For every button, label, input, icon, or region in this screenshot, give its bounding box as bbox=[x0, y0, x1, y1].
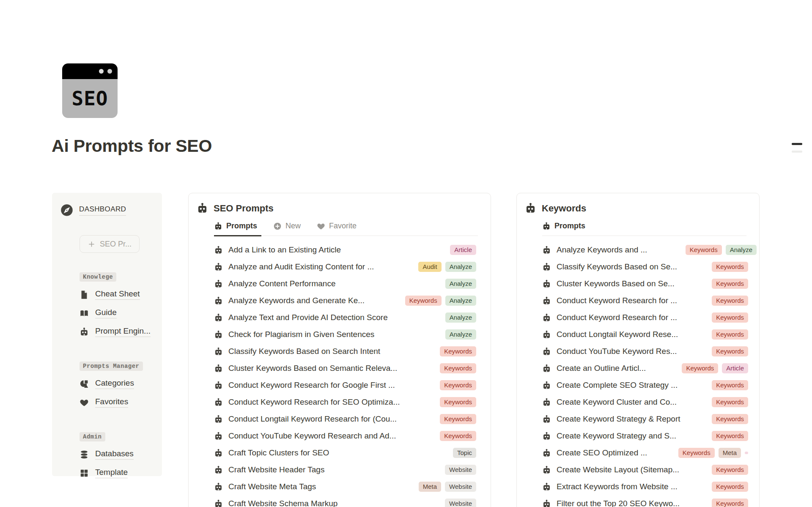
prompt-title[interactable]: Create Keyword Cluster and Co... bbox=[557, 397, 677, 407]
prompt-row[interactable]: Analyze Keywords and ...KeywordsAnalyze bbox=[542, 241, 748, 258]
prompt-row[interactable]: Craft Website Meta TagsMetaWebsite bbox=[214, 478, 476, 495]
prompt-title[interactable]: Craft Topic Clusters for SEO bbox=[228, 448, 329, 458]
prompt-title[interactable]: Conduct YouTube Keyword Res... bbox=[557, 347, 677, 356]
prompt-title[interactable]: Craft Website Meta Tags bbox=[228, 482, 316, 491]
minimize-dash-icon[interactable] bbox=[792, 143, 802, 145]
section-badge: Knowlege bbox=[80, 272, 116, 282]
prompt-row[interactable]: Create Keyword Strategy and S...Keywords bbox=[542, 428, 748, 444]
tab-new[interactable]: New bbox=[273, 218, 305, 236]
prompt-title[interactable]: Classify Keywords Based on Se... bbox=[557, 262, 677, 271]
prompt-title[interactable]: Extract Keywords from Website ... bbox=[557, 482, 678, 491]
prompt-row[interactable]: Classify Keywords Based on Se...Keywords bbox=[542, 258, 748, 275]
tab-prompts[interactable]: Prompts bbox=[542, 218, 590, 236]
prompt-row[interactable]: Conduct Keyword Research for Google Firs… bbox=[214, 377, 476, 394]
prompt-title[interactable]: Conduct Keyword Research for SEO Optimiz… bbox=[228, 397, 400, 407]
prompt-row[interactable]: Conduct Keyword Research for ...Keywords bbox=[542, 292, 748, 309]
prompt-title[interactable]: Analyze and Audit Existing Content for .… bbox=[228, 262, 374, 271]
prompt-title[interactable]: Conduct Keyword Research for ... bbox=[557, 313, 677, 322]
sidebar-header-label[interactable]: DASHBOARD bbox=[79, 205, 126, 216]
prompt-row[interactable]: Conduct Keyword Research for ...Keywords bbox=[542, 309, 748, 326]
tag-keywords: Keywords bbox=[440, 431, 476, 441]
prompt-title[interactable]: Analyze Text and Provide AI Detection Sc… bbox=[228, 313, 388, 322]
sidebar-item-label[interactable]: Categories bbox=[95, 378, 134, 389]
prompt-title[interactable]: Filter out the Top 20 SEO Keywo... bbox=[557, 499, 680, 507]
prompt-title[interactable]: Cluster Keywords Based on Semantic Relev… bbox=[228, 364, 397, 373]
prompt-title[interactable]: Create Keyword Strategy & Report bbox=[557, 414, 680, 424]
sidebar-item-guide[interactable]: Guide bbox=[80, 308, 154, 318]
prompt-row[interactable]: Create an Outline Articl...KeywordsArtic… bbox=[542, 360, 748, 377]
logo-browser-bar bbox=[62, 63, 118, 79]
prompt-row[interactable]: Analyze and Audit Existing Content for .… bbox=[214, 258, 476, 275]
prompt-title[interactable]: Classify Keywords Based on Search Intent bbox=[228, 347, 380, 356]
prompt-title[interactable]: Create Website Layout (Sitemap... bbox=[557, 465, 679, 474]
sidebar-item-label[interactable]: Databases bbox=[95, 449, 134, 460]
new-seo-prompt-button[interactable]: SEO Pr... bbox=[80, 235, 140, 253]
sidebar-item-prompt-engin[interactable]: Prompt Engin... bbox=[80, 326, 154, 337]
prompt-title[interactable]: Cluster Keywords Based on Se... bbox=[557, 279, 675, 288]
prompt-title[interactable]: Conduct Longtail Keyword Rese... bbox=[557, 330, 678, 339]
sidebar-item-label[interactable]: Favorites bbox=[95, 397, 128, 408]
prompt-row[interactable]: Create Keyword Strategy & ReportKeywords bbox=[542, 411, 748, 428]
tag-website: Website bbox=[445, 499, 476, 507]
sidebar-item-label[interactable]: Guide bbox=[95, 308, 117, 318]
prompt-title[interactable]: Check for Plagiarism in Given Sentences bbox=[228, 330, 374, 339]
prompt-title[interactable]: Create SEO Optimized ... bbox=[557, 448, 647, 458]
sidebar-item-categories[interactable]: Categories bbox=[80, 378, 154, 389]
prompt-title[interactable]: Conduct Keyword Research for Google Firs… bbox=[228, 381, 395, 390]
prompt-row[interactable]: Craft Website Header TagsWebsite bbox=[214, 461, 476, 478]
prompt-row[interactable]: Extract Keywords from Website ...Keyword… bbox=[542, 478, 748, 495]
prompt-title[interactable]: Conduct YouTube Keyword Research and Ad.… bbox=[228, 431, 396, 441]
tag-keywords: Keywords bbox=[440, 363, 476, 374]
prompt-row[interactable]: Create Keyword Cluster and Co...Keywords bbox=[542, 394, 748, 411]
prompt-row[interactable]: Classify Keywords Based on Search Intent… bbox=[214, 343, 476, 360]
sidebar-item-cheat-sheet[interactable]: Cheat Sheet bbox=[80, 289, 154, 300]
prompt-title[interactable]: Conduct Longtail Keyword Research for (C… bbox=[228, 414, 397, 424]
prompt-title[interactable]: Analyze Keywords and Generate Ke... bbox=[228, 296, 365, 305]
prompt-row[interactable]: Create Website Layout (Sitemap...Keyword… bbox=[542, 461, 748, 478]
tag-list: AuditAnalyze bbox=[418, 262, 476, 272]
prompt-row[interactable]: Conduct YouTube Keyword Research and Ad.… bbox=[214, 428, 476, 444]
sidebar-header[interactable]: DASHBOARD bbox=[60, 204, 154, 217]
prompt-title[interactable]: Craft Website Header Tags bbox=[228, 465, 324, 474]
sidebar-item-label[interactable]: Prompt Engin... bbox=[95, 326, 151, 337]
prompt-row[interactable]: Create Complete SEO Strategy ...Keywords bbox=[542, 377, 748, 394]
tag-list: Keywords bbox=[712, 465, 748, 475]
tag-list: Keywords bbox=[712, 329, 748, 340]
prompt-title[interactable]: Analyze Content Performance bbox=[228, 279, 335, 288]
prompt-row[interactable]: Analyze Text and Provide AI Detection Sc… bbox=[214, 309, 476, 326]
prompt-title[interactable]: Conduct Keyword Research for ... bbox=[557, 296, 677, 305]
prompt-title[interactable]: Analyze Keywords and ... bbox=[557, 245, 647, 255]
prompt-row[interactable]: Filter out the Top 20 SEO Keywo...Keywor… bbox=[542, 495, 748, 507]
prompt-row[interactable]: Conduct Longtail Keyword Research for (C… bbox=[214, 411, 476, 428]
sidebar-item-favorites[interactable]: Favorites bbox=[80, 397, 154, 408]
tag-keywords: Keywords bbox=[712, 262, 748, 272]
prompt-row[interactable]: Analyze Content PerformanceAnalyze bbox=[214, 275, 476, 292]
prompt-row[interactable]: Craft Website Schema MarkupWebsite bbox=[214, 495, 476, 507]
prompt-row[interactable]: Conduct Longtail Keyword Rese...Keywords bbox=[542, 326, 748, 343]
sidebar-item-template[interactable]: Template bbox=[80, 468, 154, 478]
tab-prompts[interactable]: Prompts bbox=[214, 218, 261, 236]
prompt-title[interactable]: Create Keyword Strategy and S... bbox=[557, 431, 676, 441]
robot-icon bbox=[214, 296, 223, 305]
prompt-row[interactable]: Create SEO Optimized ...KeywordsMeta bbox=[542, 444, 748, 461]
prompt-row[interactable]: Cluster Keywords Based on Semantic Relev… bbox=[214, 360, 476, 377]
tag-analyze: Analyze bbox=[445, 329, 476, 340]
tag-keywords: Keywords bbox=[440, 414, 476, 425]
prompt-title[interactable]: Add a Link to an Existing Article bbox=[228, 245, 341, 255]
sidebar-item-label[interactable]: Cheat Sheet bbox=[95, 289, 140, 300]
prompt-row[interactable]: Conduct YouTube Keyword Res...Keywords bbox=[542, 343, 748, 360]
tag-keywords: Keywords bbox=[712, 414, 748, 425]
prompt-title[interactable]: Create an Outline Articl... bbox=[557, 364, 646, 373]
prompt-row[interactable]: Conduct Keyword Research for SEO Optimiz… bbox=[214, 394, 476, 411]
prompt-title[interactable]: Create Complete SEO Strategy ... bbox=[557, 381, 678, 390]
prompt-row[interactable]: Craft Topic Clusters for SEOTopic bbox=[214, 444, 476, 461]
tab-favorite[interactable]: Favorite bbox=[317, 218, 361, 236]
sidebar-item-label[interactable]: Template bbox=[95, 468, 128, 478]
tag-keywords: Keywords bbox=[712, 279, 748, 289]
prompt-row[interactable]: Check for Plagiarism in Given SentencesA… bbox=[214, 326, 476, 343]
prompt-row[interactable]: Analyze Keywords and Generate Ke...Keywo… bbox=[214, 292, 476, 309]
sidebar-item-databases[interactable]: Databases bbox=[80, 449, 154, 460]
prompt-title[interactable]: Craft Website Schema Markup bbox=[228, 499, 337, 507]
prompt-row[interactable]: Add a Link to an Existing ArticleArticle bbox=[214, 241, 476, 258]
prompt-row[interactable]: Cluster Keywords Based on Se...Keywords bbox=[542, 275, 748, 292]
